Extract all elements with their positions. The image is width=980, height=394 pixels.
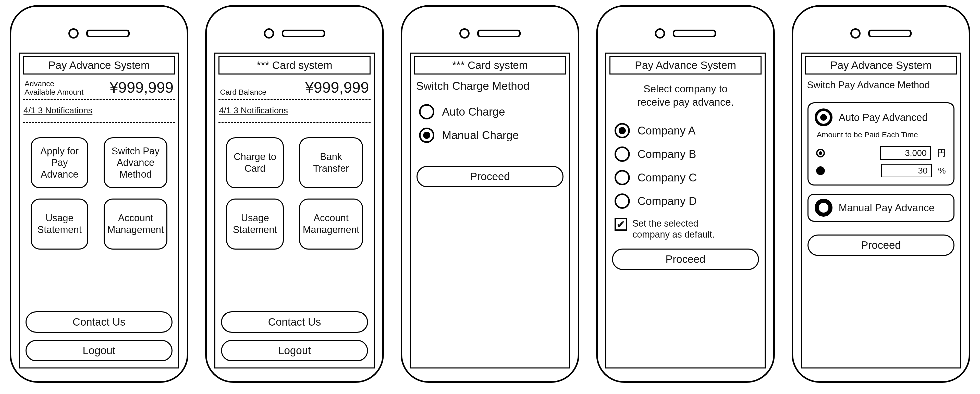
camera-icon bbox=[850, 28, 861, 38]
screen-3: *** Card system Switch Charge Method Aut… bbox=[410, 52, 570, 369]
manual-charge-radio[interactable]: Manual Charge bbox=[414, 124, 566, 147]
phone-mockup-3: *** Card system Switch Charge Method Aut… bbox=[401, 5, 579, 383]
usage-statement-button[interactable]: Usage Statement bbox=[226, 199, 284, 249]
logout-button[interactable]: Logout bbox=[25, 340, 172, 361]
page-subtitle: Select company to receive pay advance. bbox=[609, 75, 762, 119]
phone-mockup-5: Pay Advance System Switch Pay Advance Me… bbox=[792, 5, 970, 383]
phone-top-bezel bbox=[19, 14, 179, 52]
auto-pay-group[interactable]: Auto Pay Advanced Amount to be Paid Each… bbox=[808, 102, 955, 186]
company-b-radio[interactable]: Company B bbox=[609, 142, 762, 166]
usage-statement-button[interactable]: Usage Statement bbox=[30, 199, 88, 249]
radio-label: Company B bbox=[638, 148, 696, 160]
speaker-icon bbox=[477, 30, 520, 37]
proceed-button[interactable]: Proceed bbox=[612, 249, 759, 270]
radio-label: Company C bbox=[638, 171, 697, 184]
speaker-icon bbox=[673, 30, 716, 37]
unit-label: 円 bbox=[937, 147, 946, 159]
speaker-icon bbox=[86, 30, 130, 37]
balance-row: Advance Available Amount ¥999,999 bbox=[23, 75, 175, 97]
auto-pay-radio[interactable]: Auto Pay Advanced bbox=[815, 108, 947, 126]
radio-label: Auto Pay Advanced bbox=[838, 112, 928, 123]
radio-icon bbox=[614, 146, 630, 162]
phone-mockup-4: Pay Advance System Select company to rec… bbox=[596, 5, 775, 383]
speaker-icon bbox=[282, 30, 325, 37]
percent-amount-radio[interactable]: 30 % bbox=[815, 162, 947, 180]
tile-grid: Charge to Card Bank Transfer Usage State… bbox=[218, 127, 371, 260]
page-subtitle: Switch Pay Advance Method bbox=[805, 75, 957, 98]
page-title: *** Card system bbox=[218, 56, 371, 75]
radio-icon bbox=[816, 149, 825, 157]
page-title: *** Card system bbox=[414, 56, 566, 75]
radio-icon bbox=[815, 108, 832, 126]
balance-row: Card Balance ¥999,999 bbox=[218, 75, 371, 97]
unit-label: % bbox=[938, 165, 946, 176]
proceed-button[interactable]: Proceed bbox=[417, 166, 563, 187]
charge-to-card-button[interactable]: Charge to Card bbox=[226, 137, 284, 188]
proceed-button[interactable]: Proceed bbox=[808, 235, 955, 256]
balance-label: Card Balance bbox=[220, 88, 266, 96]
contact-us-button[interactable]: Contact Us bbox=[221, 311, 368, 333]
balance-amount: ¥999,999 bbox=[305, 79, 369, 96]
company-d-radio[interactable]: Company D bbox=[609, 189, 762, 213]
company-a-radio[interactable]: Company A bbox=[609, 119, 762, 142]
notifications-link[interactable]: 4/1 3 Notifications bbox=[23, 104, 175, 120]
manual-pay-group[interactable]: Manual Pay Advance bbox=[808, 194, 955, 222]
divider bbox=[23, 99, 175, 100]
apply-pay-advance-button[interactable]: Apply for Pay Advance bbox=[30, 137, 88, 188]
radio-icon bbox=[419, 104, 434, 119]
contact-us-button[interactable]: Contact Us bbox=[25, 311, 172, 333]
fixed-amount-input[interactable]: 3,000 bbox=[880, 146, 931, 160]
radio-label: Manual Pay Advance bbox=[838, 202, 935, 214]
phone-top-bezel bbox=[215, 14, 375, 52]
divider bbox=[218, 122, 371, 123]
camera-icon bbox=[68, 28, 79, 38]
radio-icon bbox=[815, 199, 832, 217]
radio-label: Manual Charge bbox=[442, 129, 519, 141]
checkbox-icon: ✔ bbox=[614, 218, 627, 231]
phone-mockup-2: *** Card system Card Balance ¥999,999 4/… bbox=[205, 5, 384, 383]
tile-grid: Apply for Pay Advance Switch Pay Advance… bbox=[23, 127, 175, 260]
switch-method-button[interactable]: Switch Pay Advance Method bbox=[103, 137, 167, 188]
amount-note: Amount to be Paid Each Time bbox=[815, 126, 947, 144]
account-management-button[interactable]: Account Management bbox=[299, 199, 363, 249]
radio-icon bbox=[816, 166, 825, 175]
camera-icon bbox=[655, 28, 665, 38]
screen-4: Pay Advance System Select company to rec… bbox=[605, 52, 765, 369]
radio-label: Company A bbox=[638, 124, 695, 137]
default-company-checkbox[interactable]: ✔ Set the selected company as default. bbox=[609, 213, 762, 245]
radio-label: Auto Charge bbox=[442, 105, 505, 118]
balance-amount: ¥999,999 bbox=[110, 79, 173, 96]
balance-label: Advance Available Amount bbox=[24, 79, 83, 96]
phone-top-bezel bbox=[410, 14, 570, 52]
account-management-button[interactable]: Account Management bbox=[103, 199, 167, 249]
phone-top-bezel bbox=[801, 14, 961, 52]
company-c-radio[interactable]: Company C bbox=[609, 166, 762, 189]
checkbox-label: Set the selected company as default. bbox=[632, 218, 714, 240]
logout-button[interactable]: Logout bbox=[221, 340, 368, 361]
percent-amount-input[interactable]: 30 bbox=[881, 164, 932, 177]
speaker-icon bbox=[868, 30, 912, 37]
notifications-link[interactable]: 4/1 3 Notifications bbox=[218, 104, 371, 120]
screen-2: *** Card system Card Balance ¥999,999 4/… bbox=[215, 52, 375, 369]
phone-top-bezel bbox=[605, 14, 765, 52]
bank-transfer-button[interactable]: Bank Transfer bbox=[299, 137, 363, 188]
page-title: Pay Advance System bbox=[805, 56, 957, 75]
radio-icon bbox=[614, 194, 630, 209]
camera-icon bbox=[460, 28, 469, 38]
radio-icon bbox=[614, 123, 630, 138]
radio-icon bbox=[419, 127, 434, 143]
camera-icon bbox=[264, 28, 274, 38]
phone-mockup-1: Pay Advance System Advance Available Amo… bbox=[10, 5, 188, 383]
divider bbox=[23, 122, 175, 123]
page-title: Pay Advance System bbox=[609, 56, 762, 75]
page-subtitle: Switch Charge Method bbox=[414, 75, 566, 100]
radio-icon bbox=[614, 170, 630, 185]
screen-1: Pay Advance System Advance Available Amo… bbox=[19, 52, 179, 369]
fixed-amount-radio[interactable]: 3,000 円 bbox=[815, 144, 947, 162]
manual-pay-radio[interactable]: Manual Pay Advance bbox=[815, 199, 947, 217]
auto-charge-radio[interactable]: Auto Charge bbox=[414, 100, 566, 124]
screen-5: Pay Advance System Switch Pay Advance Me… bbox=[801, 52, 961, 369]
page-title: Pay Advance System bbox=[23, 56, 175, 75]
radio-label: Company D bbox=[638, 195, 697, 208]
divider bbox=[218, 99, 371, 100]
